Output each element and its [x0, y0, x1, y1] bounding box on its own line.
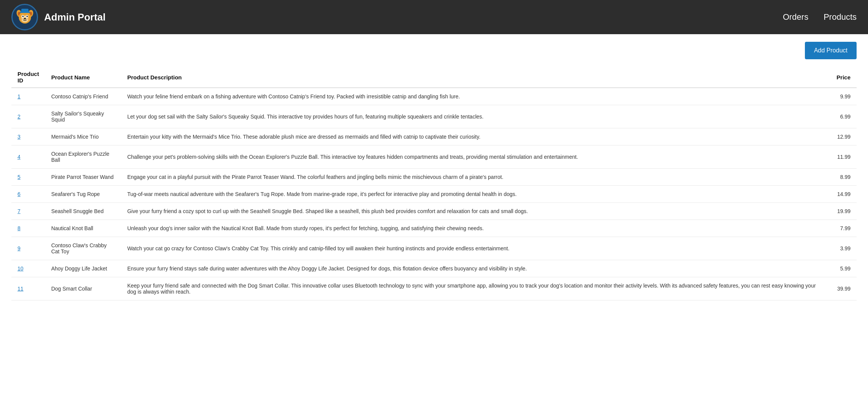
product-description-cell: Tug-of-war meets nautical adventure with…	[121, 186, 826, 203]
product-id-link[interactable]: 4	[17, 154, 21, 160]
product-price-cell: 14.99	[826, 186, 857, 203]
product-id-cell: 8	[11, 220, 45, 237]
main-nav: Orders Products	[783, 12, 857, 22]
product-description-cell: Challenge your pet's problem-solving ski…	[121, 145, 826, 169]
svg-point-12	[27, 16, 28, 16]
product-price-cell: 11.99	[826, 145, 857, 169]
product-price-cell: 39.99	[826, 277, 857, 300]
product-price-cell: 8.99	[826, 169, 857, 186]
product-name-cell: Ocean Explorer's Puzzle Ball	[45, 145, 121, 169]
product-description-cell: Watch your feline friend embark on a fis…	[121, 88, 826, 105]
product-description-cell: Ensure your furry friend stays safe duri…	[121, 260, 826, 277]
product-name-cell: Pirate Parrot Teaser Wand	[45, 169, 121, 186]
table-header: Product ID Product Name Product Descript…	[11, 67, 857, 88]
product-name-cell: Contoso Claw's Crabby Cat Toy	[45, 237, 121, 260]
col-header-product-name: Product Name	[45, 67, 121, 88]
nav-products[interactable]: Products	[824, 12, 857, 22]
product-name-cell: Seafarer's Tug Rope	[45, 186, 121, 203]
table-row: 6Seafarer's Tug RopeTug-of-war meets nau…	[11, 186, 857, 203]
product-description-cell: Watch your cat go crazy for Contoso Claw…	[121, 237, 826, 260]
svg-point-14	[21, 19, 22, 19]
product-name-cell: Seashell Snuggle Bed	[45, 203, 121, 220]
product-id-link[interactable]: 1	[17, 93, 21, 100]
product-name-cell: Nautical Knot Ball	[45, 220, 121, 237]
product-id-link[interactable]: 3	[17, 134, 21, 140]
product-id-link[interactable]: 2	[17, 114, 21, 120]
product-id-cell: 2	[11, 105, 45, 128]
app-title: Admin Portal	[44, 11, 106, 23]
svg-point-11	[23, 16, 24, 16]
table-row: 4Ocean Explorer's Puzzle BallChallenge y…	[11, 145, 857, 169]
product-price-cell: 6.99	[826, 105, 857, 128]
logo-icon	[14, 7, 35, 28]
product-description-cell: Let your dog set sail with the Salty Sai…	[121, 105, 826, 128]
app-header: Admin Portal Orders Products	[0, 0, 868, 34]
product-id-cell: 5	[11, 169, 45, 186]
product-id-link[interactable]: 8	[17, 225, 21, 231]
product-id-cell: 6	[11, 186, 45, 203]
product-id-link[interactable]: 6	[17, 191, 21, 197]
product-id-cell: 4	[11, 145, 45, 169]
col-header-price: Price	[826, 67, 857, 88]
product-price-cell: 12.99	[826, 128, 857, 145]
product-name-cell: Ahoy Doggy Life Jacket	[45, 260, 121, 277]
product-price-cell: 3.99	[826, 237, 857, 260]
svg-point-13	[24, 18, 26, 19]
table-body: 1Contoso Catnip's FriendWatch your felin…	[11, 88, 857, 300]
product-description-cell: Unleash your dog's inner sailor with the…	[121, 220, 826, 237]
products-table: Product ID Product Name Product Descript…	[11, 67, 857, 300]
table-row: 1Contoso Catnip's FriendWatch your felin…	[11, 88, 857, 105]
logo	[11, 4, 38, 30]
table-row: 11Dog Smart CollarKeep your furry friend…	[11, 277, 857, 300]
product-name-cell: Dog Smart Collar	[45, 277, 121, 300]
table-row: 2Salty Sailor's Squeaky SquidLet your do…	[11, 105, 857, 128]
product-id-link[interactable]: 9	[17, 245, 21, 251]
product-price-cell: 5.99	[826, 260, 857, 277]
header-left: Admin Portal	[11, 4, 106, 30]
product-description-cell: Engage your cat in a playful pursuit wit…	[121, 169, 826, 186]
svg-rect-17	[21, 9, 29, 13]
product-id-link[interactable]: 5	[17, 174, 21, 180]
product-name-cell: Salty Sailor's Squeaky Squid	[45, 105, 121, 128]
table-row: 7Seashell Snuggle BedGive your furry fri…	[11, 203, 857, 220]
add-product-button[interactable]: Add Product	[805, 42, 857, 59]
product-price-cell: 19.99	[826, 203, 857, 220]
product-id-cell: 11	[11, 277, 45, 300]
table-row: 5Pirate Parrot Teaser WandEngage your ca…	[11, 169, 857, 186]
product-description-cell: Entertain your kitty with the Mermaid's …	[121, 128, 826, 145]
table-row: 3Mermaid's Mice TrioEntertain your kitty…	[11, 128, 857, 145]
product-id-link[interactable]: 7	[17, 208, 21, 214]
table-header-row: Product ID Product Name Product Descript…	[11, 67, 857, 88]
product-description-cell: Give your furry friend a cozy spot to cu…	[121, 203, 826, 220]
toolbar: Add Product	[11, 42, 857, 59]
product-id-link[interactable]: 11	[17, 286, 24, 292]
product-id-cell: 3	[11, 128, 45, 145]
table-row: 10Ahoy Doggy Life JacketEnsure your furr…	[11, 260, 857, 277]
product-id-link[interactable]: 10	[17, 266, 24, 272]
main-content: Add Product Product ID Product Name Prod…	[0, 34, 868, 403]
col-header-product-id: Product ID	[11, 67, 45, 88]
svg-point-15	[28, 19, 29, 19]
table-row: 9Contoso Claw's Crabby Cat ToyWatch your…	[11, 237, 857, 260]
col-header-product-description: Product Description	[121, 67, 826, 88]
product-name-cell: Contoso Catnip's Friend	[45, 88, 121, 105]
product-price-cell: 9.99	[826, 88, 857, 105]
product-price-cell: 7.99	[826, 220, 857, 237]
product-id-cell: 9	[11, 237, 45, 260]
product-id-cell: 10	[11, 260, 45, 277]
product-description-cell: Keep your furry friend safe and connecte…	[121, 277, 826, 300]
nav-orders[interactable]: Orders	[783, 12, 808, 22]
table-row: 8Nautical Knot BallUnleash your dog's in…	[11, 220, 857, 237]
product-id-cell: 1	[11, 88, 45, 105]
product-id-cell: 7	[11, 203, 45, 220]
product-name-cell: Mermaid's Mice Trio	[45, 128, 121, 145]
